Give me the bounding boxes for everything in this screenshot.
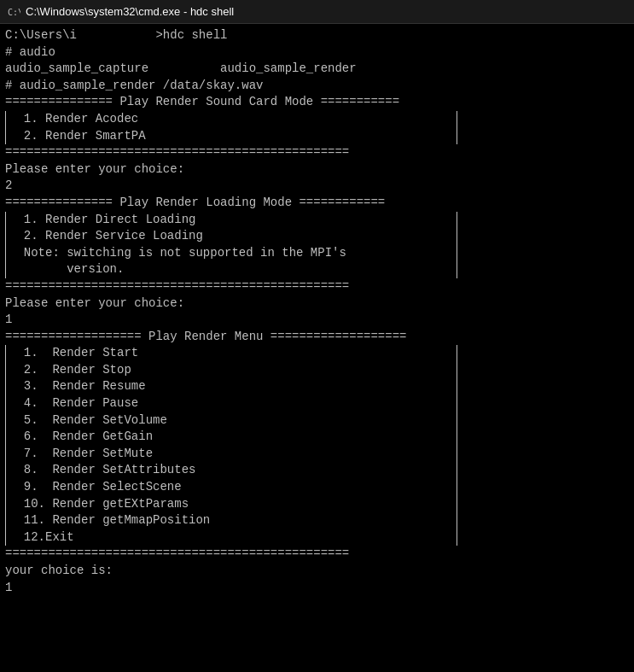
terminal-line: 1. Render Acodec [5, 111, 457, 128]
terminal-line: 10. Render getEXtParams [5, 496, 457, 513]
terminal-line: C:\Users\i >hdc shell [5, 27, 629, 44]
terminal-line: 4. Render Pause [5, 395, 457, 412]
terminal-line: =================== Play Render Menu ===… [5, 329, 629, 346]
terminal-line: 6. Render GetGain [5, 429, 457, 446]
svg-text:C:\: C:\ [8, 8, 20, 17]
terminal-line: # audio [5, 44, 629, 61]
terminal-line: =============== Play Render Sound Card M… [5, 94, 629, 111]
title-bar-text: C:\Windows\system32\cmd.exe - hdc shell [26, 5, 234, 18]
terminal-line: 1 [5, 312, 629, 329]
terminal-line: 9. Render SelectScene [5, 479, 457, 496]
terminal-line: Please enter your choice: [5, 295, 629, 313]
terminal-line: 2. Render Stop [5, 362, 457, 379]
terminal-content: C:\Users\i >hdc shell# audioaudio_sample… [5, 27, 629, 596]
terminal-line: # audio_sample_render /data/skay.wav [5, 78, 629, 95]
cmd-icon: C:\ [7, 5, 20, 19]
terminal-line: 12.Exit [5, 529, 457, 546]
title-bar: C:\ C:\Windows\system32\cmd.exe - hdc sh… [0, 0, 634, 24]
terminal-line: 3. Render Resume [5, 378, 457, 395]
terminal-line: 8. Render SetAttributes [5, 462, 457, 479]
terminal-line: 11. Render getMmapPosition [5, 512, 457, 529]
terminal-line: 2 [5, 178, 629, 195]
terminal-line: 1. Render Direct Loading [5, 212, 457, 229]
terminal-line: 1 [5, 580, 629, 597]
terminal-line: version. [5, 261, 457, 278]
terminal-window: C:\Users\i >hdc shell# audioaudio_sample… [0, 24, 634, 672]
terminal-line: 1. Render Start [5, 345, 457, 362]
terminal-line: 7. Render SetMute [5, 446, 457, 463]
terminal-line: =============== Play Render Loading Mode… [5, 195, 629, 212]
terminal-line: audio_sample_capture audio_sample_render [5, 61, 629, 78]
terminal-line: Please enter your choice: [5, 161, 629, 178]
terminal-line: ========================================… [5, 144, 629, 161]
terminal-line: ========================================… [5, 278, 629, 295]
terminal-line: 5. Render SetVolume [5, 412, 457, 429]
terminal-line: Note: switching is not supported in the … [5, 245, 457, 262]
terminal-line: your choice is: [5, 563, 629, 580]
terminal-line: ========================================… [5, 546, 629, 563]
terminal-line: 2. Render Service Loading [5, 228, 457, 245]
terminal-line: 2. Render SmartPA [5, 128, 457, 145]
